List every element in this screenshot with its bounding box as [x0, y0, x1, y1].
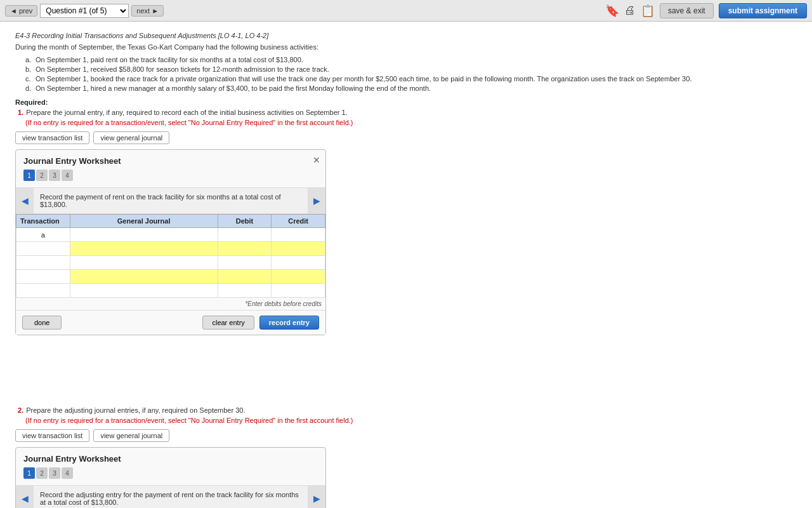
debit-cell[interactable]: [218, 242, 272, 256]
close-worksheet-1[interactable]: ✕: [313, 155, 320, 165]
col-transaction: Transaction: [16, 215, 70, 228]
ws-tab-2-1[interactable]: 1: [23, 467, 35, 479]
ws-footer-1: done clear entry record entry: [16, 310, 325, 335]
general-journal-cell[interactable]: [70, 242, 218, 256]
view-transaction-list-button-2[interactable]: view transaction list: [15, 429, 89, 442]
list-item: d. On September 1, hired a new manager a…: [25, 84, 797, 92]
credit-input[interactable]: [272, 284, 325, 297]
debit-input[interactable]: [218, 242, 272, 255]
activity-text: On September 1, booked the race track fo…: [36, 75, 691, 83]
notes-icon[interactable]: 📋: [641, 4, 655, 18]
nav-row-2: ◀ Record the adjusting entry for the pay…: [16, 485, 325, 508]
next-nav-arrow-1[interactable]: ▶: [308, 188, 325, 213]
ws-tab-2-2[interactable]: 2: [36, 467, 48, 479]
activity-text: On September 1, hired a new manager at a…: [36, 84, 431, 92]
general-journal-cell[interactable]: [70, 284, 218, 298]
credit-input[interactable]: [272, 256, 325, 269]
credit-input[interactable]: [272, 228, 325, 241]
worksheet-toolbar-2: view transaction list view general journ…: [15, 429, 797, 442]
ws-tab-2-4[interactable]: 4: [62, 467, 73, 479]
table-row: [16, 284, 325, 298]
general-journal-cell[interactable]: [70, 270, 218, 284]
ws-tab-4[interactable]: 4: [62, 170, 73, 181]
debit-cell[interactable]: [218, 256, 272, 270]
record-entry-button-1[interactable]: record entry: [259, 316, 319, 330]
credit-cell[interactable]: [272, 256, 325, 270]
col-general-journal: General Journal: [70, 215, 218, 228]
transaction-cell: [16, 256, 70, 270]
col-debit: Debit: [218, 215, 272, 228]
prev-nav-arrow-1[interactable]: ◀: [16, 188, 34, 213]
activity-letter: a.: [25, 56, 36, 64]
save-exit-button[interactable]: save & exit: [660, 3, 714, 18]
debit-input[interactable]: [218, 228, 272, 241]
worksheet-tabs-1: 1 2 3 4: [23, 170, 318, 181]
credit-cell[interactable]: [272, 284, 325, 298]
req-note-1: (If no entry is required for a transacti…: [25, 119, 797, 126]
activities-list: a. On September 1, paid rent on the trac…: [25, 56, 797, 92]
bookmark-icon[interactable]: 🔖: [605, 4, 619, 18]
next-nav-arrow-2[interactable]: ▶: [308, 486, 325, 508]
ws-tab-2[interactable]: 2: [36, 170, 48, 181]
question-select[interactable]: Question #1 (of 5): [40, 4, 129, 18]
worksheet-toolbar-1: view transaction list view general journ…: [15, 131, 797, 144]
transaction-cell: a: [16, 228, 70, 242]
req-number-2: 2.: [18, 406, 23, 414]
view-transaction-list-button-1[interactable]: view transaction list: [15, 131, 89, 144]
top-navigation-bar: ◄ prev Question #1 (of 5) next ► 🔖 🖨 📋 s…: [0, 0, 812, 22]
general-journal-input[interactable]: [70, 242, 218, 255]
list-item: b. On September 1, received $58,800 for …: [25, 65, 797, 73]
general-journal-cell[interactable]: [70, 256, 218, 270]
view-general-journal-button-2[interactable]: view general journal: [93, 429, 169, 442]
prev-nav-arrow-2[interactable]: ◀: [16, 486, 34, 508]
prev-button[interactable]: ◄ prev: [5, 5, 37, 17]
activity-letter: c.: [25, 75, 36, 83]
transaction-cell: [16, 284, 70, 298]
general-journal-input[interactable]: [70, 256, 218, 269]
view-general-journal-button-1[interactable]: view general journal: [93, 131, 169, 144]
ws-tab-1[interactable]: 1: [23, 170, 35, 181]
credit-cell[interactable]: [272, 270, 325, 284]
nav-text-2: Record the adjusting entry for the payme…: [34, 486, 308, 508]
debit-cell[interactable]: [218, 284, 272, 298]
general-journal-input[interactable]: [70, 228, 218, 241]
activity-text: On September 1, received $58,800 for sea…: [36, 65, 329, 73]
worksheet-tabs-2: 1 2 3 4: [23, 467, 318, 479]
submit-assignment-button[interactable]: submit assignment: [719, 3, 807, 18]
credit-input[interactable]: [272, 242, 325, 255]
req-note-2: (If no entry is required for a transacti…: [25, 417, 797, 424]
debit-cell[interactable]: [218, 228, 272, 242]
req-number-1: 1.: [18, 109, 23, 116]
print-icon[interactable]: 🖨: [624, 4, 636, 17]
journal-table-1: Transaction General Journal Debit Credit…: [16, 214, 325, 298]
table-row: a: [16, 228, 325, 242]
clear-entry-button-1[interactable]: clear entry: [202, 316, 254, 330]
general-journal-input[interactable]: [70, 270, 218, 283]
debit-input[interactable]: [218, 256, 272, 269]
worksheet-title-2: Journal Entry Worksheet: [23, 454, 318, 464]
nav-text-1: Record the payment of rent on the track …: [34, 188, 308, 213]
table-row: [16, 242, 325, 256]
general-journal-cell[interactable]: [70, 228, 218, 242]
journal-entry-worksheet-2: Journal Entry Worksheet 1 2 3 4 ◀ Record…: [15, 447, 326, 508]
worksheet-title-1: Journal Entry Worksheet: [23, 156, 318, 166]
debit-input[interactable]: [218, 270, 272, 283]
next-button[interactable]: next ►: [131, 5, 164, 17]
problem-intro: During the month of September, the Texas…: [15, 43, 797, 51]
enter-note-1: *Enter debits before credits: [16, 298, 325, 310]
done-button-1[interactable]: done: [22, 316, 62, 330]
ws-tab-3[interactable]: 3: [49, 170, 60, 181]
top-bar-right: 🔖 🖨 📋 save & exit submit assignment: [605, 3, 807, 18]
transaction-cell: [16, 242, 70, 256]
credit-cell[interactable]: [272, 228, 325, 242]
debit-cell[interactable]: [218, 270, 272, 284]
activity-letter: b.: [25, 65, 36, 73]
activity-letter: d.: [25, 84, 36, 92]
list-item: c. On September 1, booked the race track…: [25, 75, 797, 83]
debit-input[interactable]: [218, 284, 272, 297]
credit-cell[interactable]: [272, 242, 325, 256]
credit-input[interactable]: [272, 270, 325, 283]
general-journal-input[interactable]: [70, 284, 218, 297]
list-item: a. On September 1, paid rent on the trac…: [25, 56, 797, 64]
ws-tab-2-3[interactable]: 3: [49, 467, 60, 479]
